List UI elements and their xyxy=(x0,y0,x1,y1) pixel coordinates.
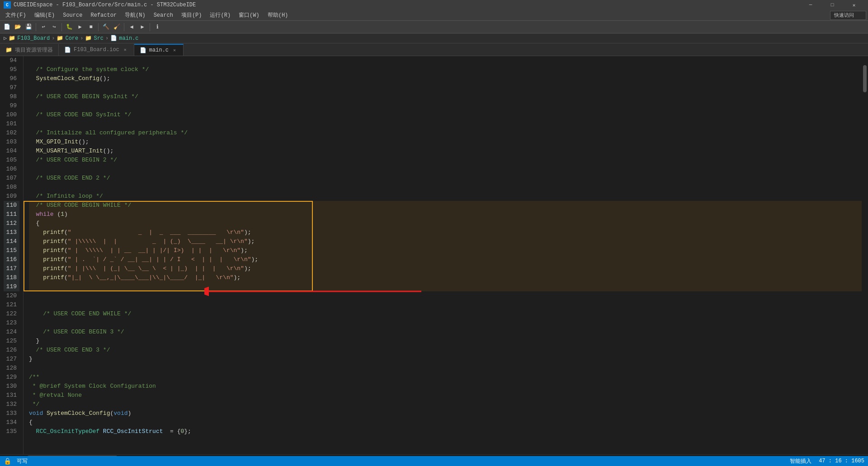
code-line-109: /* Infinite loop */ xyxy=(29,192,862,201)
breadcrumb: ▷ 📁 F103_Board › 📁 Core › 📁 Src › 📄 main… xyxy=(0,33,868,43)
line-130: 130 xyxy=(4,382,19,391)
line-115: 115 xyxy=(4,246,19,255)
minimize-button[interactable]: ─ xyxy=(800,0,821,10)
toolbar-next[interactable]: ▶ xyxy=(137,22,147,32)
menu-file[interactable]: 文件(F) xyxy=(2,10,30,21)
code-line-134: { xyxy=(29,418,862,427)
line-120: 120 xyxy=(4,291,19,300)
line-94: 94 xyxy=(4,56,19,65)
line-113: 113 xyxy=(4,228,19,237)
tab-mainc-icon: 📄 xyxy=(140,47,146,54)
code-area[interactable]: /* Configure the system clock */ SystemC… xyxy=(24,56,862,454)
menu-search[interactable]: Search xyxy=(150,10,177,21)
tab-ioc-label: F103_Board.ioc xyxy=(74,47,119,53)
breadcrumb-mainc[interactable]: main.c xyxy=(119,35,138,42)
code-line-135: RCC_OscInitTypeDef RCC_OscInitStruct = {… xyxy=(29,427,862,436)
line-135: 135 xyxy=(4,427,19,436)
title-left: C CUBEIDEspace - F103_Board/Core/Src/mai… xyxy=(4,1,196,9)
line-100: 100 xyxy=(4,110,19,119)
breadcrumb-src[interactable]: Src xyxy=(94,35,104,42)
breadcrumb-folder-icon-3: 📁 xyxy=(85,35,92,42)
code-line-128 xyxy=(29,364,862,373)
code-line-103: MX_GPIO_Init(); xyxy=(29,138,862,147)
toolbar: 📄 📂 💾 ↩ ↪ 🐛 ▶ ■ 🔨 🧹 ◀ ▶ ℹ xyxy=(0,21,868,33)
statusbar: 🔒 可写 智能插入 47 : 16 : 1605 xyxy=(0,456,868,466)
line-129: 129 xyxy=(4,373,19,382)
code-line-125: } xyxy=(29,337,862,346)
toolbar-build[interactable]: 🔨 xyxy=(101,22,111,32)
menu-source[interactable]: Source xyxy=(59,10,86,21)
status-smart-insert: 智能插入 xyxy=(790,457,811,465)
line-125: 125 xyxy=(4,337,19,346)
code-line-121 xyxy=(29,300,862,309)
maximize-button[interactable]: □ xyxy=(822,0,843,10)
code-line-102: /* Initialize all configured peripherals… xyxy=(29,128,862,138)
tab-ioc[interactable]: 📄 F103_Board.ioc ✕ xyxy=(59,44,134,56)
code-line-107: /* USER CODE END 2 */ xyxy=(29,174,862,183)
code-line-126: /* USER CODE END 3 */ xyxy=(29,346,862,355)
code-line-116: printf(" | . `| / _` / __| __| | | / I <… xyxy=(29,255,862,264)
toolbar-sep-1 xyxy=(36,23,36,31)
breadcrumb-icon-1: ▷ xyxy=(4,35,7,42)
line-116: 116 xyxy=(4,255,19,264)
tab-project-explorer-icon: 📁 xyxy=(5,47,12,53)
toolbar-stop[interactable]: ■ xyxy=(86,22,96,32)
scrollbar-thumb[interactable] xyxy=(863,65,867,92)
line-108: 108 xyxy=(4,183,19,192)
line-124: 124 xyxy=(4,328,19,337)
code-line-101 xyxy=(29,119,862,128)
toolbar-sep-2 xyxy=(61,23,62,31)
quick-access-box[interactable]: 快速访问 xyxy=(830,11,866,20)
vertical-scrollbar[interactable] xyxy=(862,56,868,454)
code-line-119 xyxy=(29,282,862,291)
tab-mainc[interactable]: 📄 main.c ✕ xyxy=(134,44,184,56)
toolbar-debug[interactable]: 🐛 xyxy=(64,22,74,32)
line-105: 105 xyxy=(4,156,19,165)
tab-ioc-close[interactable]: ✕ xyxy=(122,47,128,53)
code-line-115: printf(" | \\\\\ | | __ __| | |/| I>) | … xyxy=(29,246,862,255)
toolbar-info[interactable]: ℹ xyxy=(152,22,162,32)
window-controls: ─ □ ✕ xyxy=(800,0,864,10)
menu-navigate[interactable]: 导航(N) xyxy=(121,10,149,21)
line-99: 99 xyxy=(4,101,19,110)
menu-project[interactable]: 项目(P) xyxy=(178,10,206,21)
code-line-123 xyxy=(29,319,862,328)
code-line-97 xyxy=(29,83,862,92)
breadcrumb-core[interactable]: Core xyxy=(65,35,78,42)
toolbar-redo[interactable]: ↪ xyxy=(49,22,59,32)
toolbar-open[interactable]: 📂 xyxy=(13,22,23,32)
code-line-130: * @brief System Clock Configuration xyxy=(29,382,862,391)
toolbar-clean[interactable]: 🧹 xyxy=(112,22,122,32)
toolbar-new[interactable]: 📄 xyxy=(2,22,12,32)
tab-project-explorer[interactable]: 📁 项目资源管理器 xyxy=(0,44,59,56)
line-111: 111 xyxy=(4,210,19,219)
breadcrumb-f103board[interactable]: F103_Board xyxy=(17,35,50,42)
code-line-96: SystemClock_Config(); xyxy=(29,74,862,83)
toolbar-save[interactable]: 💾 xyxy=(24,22,33,32)
toolbar-prev[interactable]: ◀ xyxy=(127,22,137,32)
toolbar-undo[interactable]: ↩ xyxy=(38,22,48,32)
tab-project-explorer-label: 项目资源管理器 xyxy=(15,46,53,54)
code-line-104: MX_USART1_UART_Init(); xyxy=(29,147,862,156)
menu-edit[interactable]: 编辑(E) xyxy=(31,10,59,21)
code-line-117: printf(" | |\\\ | (_| \__ \__ \ < | |_) … xyxy=(29,264,862,273)
line-128: 128 xyxy=(4,364,19,373)
menu-window[interactable]: 窗口(W) xyxy=(235,10,263,21)
tab-mainc-close[interactable]: ✕ xyxy=(171,47,178,53)
titlebar: C CUBEIDEspace - F103_Board/Core/Src/mai… xyxy=(0,0,868,10)
breadcrumb-sep-2: › xyxy=(80,35,83,42)
line-107: 107 xyxy=(4,174,19,183)
menu-run[interactable]: 运行(R) xyxy=(206,10,234,21)
code-line-131: * @retval None xyxy=(29,391,862,400)
editor-container: 94 95 96 97 98 99 100 101 102 103 104 10… xyxy=(0,56,868,454)
breadcrumb-folder-icon: 📁 xyxy=(9,35,15,42)
menu-refactor[interactable]: Refactor xyxy=(87,10,120,21)
line-117: 117 xyxy=(4,264,19,273)
code-line-111: while (1) xyxy=(29,210,862,219)
close-button[interactable]: ✕ xyxy=(844,0,864,10)
toolbar-run[interactable]: ▶ xyxy=(75,22,85,32)
menu-help[interactable]: 帮助(H) xyxy=(264,10,292,21)
line-110: 110 xyxy=(4,201,19,210)
code-line-122: /* USER CODE END WHILE */ xyxy=(29,309,862,319)
line-101: 101 xyxy=(4,119,19,128)
